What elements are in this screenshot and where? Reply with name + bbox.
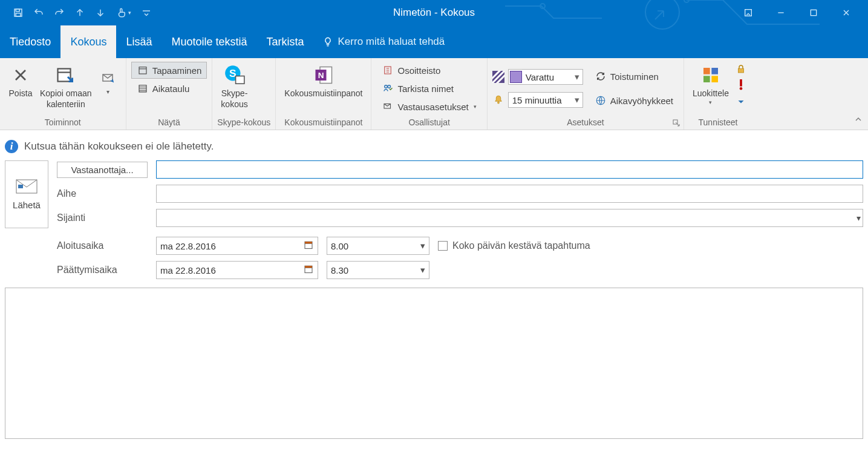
ribbon-group-tags: Luokittele ▾ Tunnisteet — [684, 58, 752, 130]
reminder-value: 15 minuuttia — [509, 95, 572, 105]
meeting-notes-label: Kokousmuistiinpanot — [284, 88, 362, 99]
title-bar: ▾ Nimetön - Kokous — [0, 0, 868, 25]
chevron-down-icon[interactable]: ▾ — [420, 240, 425, 251]
show-as-icon — [492, 71, 504, 83]
collapse-ribbon-icon[interactable] — [853, 114, 863, 126]
copy-to-calendar-button[interactable]: Kopioi omaan kalenteriin — [36, 61, 96, 112]
svg-point-32 — [740, 87, 743, 90]
close-icon[interactable] — [835, 4, 857, 21]
delete-label: Poista — [9, 88, 33, 99]
svg-rect-10 — [139, 67, 146, 74]
chevron-down-icon: ▾ — [572, 94, 582, 105]
ribbon-group-attendees: Osoitteisto Tarkista nimet Vastausasetuk… — [371, 58, 487, 130]
busy-swatch — [510, 71, 522, 83]
recurrence-button[interactable]: Toistuminen — [589, 68, 679, 85]
down-arrow-icon[interactable] — [93, 5, 108, 20]
group-label-tags: Tunnisteet — [689, 116, 747, 130]
high-importance-icon[interactable] — [735, 79, 747, 91]
quick-access-toolbar: ▾ — [0, 5, 154, 20]
scheduling-button[interactable]: Aikataulu — [131, 80, 207, 97]
low-importance-icon[interactable] — [735, 94, 747, 107]
subject-label: Aihe — [57, 188, 148, 199]
check-names-icon — [382, 82, 394, 94]
start-time-input[interactable]: 8.00 ▾ — [327, 237, 429, 255]
start-date-value: ma 22.8.2016 — [160, 241, 216, 251]
up-arrow-icon[interactable] — [73, 5, 87, 20]
tab-format-text[interactable]: Muotoile tekstiä — [162, 25, 256, 58]
svg-rect-36 — [305, 242, 312, 243]
chevron-down-icon[interactable]: ▾ — [420, 265, 425, 275]
svg-text:N: N — [318, 71, 324, 80]
info-icon: i — [5, 140, 18, 153]
customize-qat-icon[interactable] — [139, 5, 154, 20]
tab-meeting[interactable]: Kokous — [60, 25, 116, 58]
address-book-button[interactable]: Osoitteisto — [376, 62, 481, 79]
private-lock-icon[interactable] — [735, 63, 747, 75]
tab-review[interactable]: Tarkista — [257, 25, 314, 58]
onenote-icon: N — [312, 63, 336, 87]
time-zones-label: Aikavyöhykkeet — [610, 96, 673, 106]
group-label-attendees: Osallistujat — [376, 116, 481, 130]
group-label-actions: Toiminnot — [5, 116, 121, 130]
to-input[interactable] — [156, 160, 863, 179]
response-options-button[interactable]: Vastausasetukset ▾ — [376, 98, 481, 115]
scheduling-icon — [137, 82, 149, 94]
globe-icon — [595, 94, 607, 107]
delete-icon — [8, 63, 33, 87]
meeting-form: Lähetä Vastaanottaja... Aihe Sijainti ▾ … — [0, 159, 868, 279]
redo-icon[interactable] — [52, 5, 67, 20]
svg-rect-8 — [57, 69, 70, 82]
subject-input[interactable] — [156, 185, 863, 203]
all-day-label: Koko päivän kestävä tapahtuma — [452, 240, 590, 251]
chevron-down-icon: ▾ — [572, 71, 582, 82]
appointment-icon — [137, 64, 149, 76]
skype-icon: S — [223, 63, 247, 87]
tab-insert[interactable]: Lisää — [116, 25, 162, 58]
touch-mode-icon[interactable]: ▾ — [114, 5, 133, 20]
location-input[interactable] — [156, 209, 863, 227]
svg-rect-34 — [18, 185, 23, 188]
forward-split-button[interactable]: ▾ — [96, 61, 121, 99]
info-message: Kutsua tähän kokoukseen ei ole lähetetty… — [24, 140, 214, 153]
location-dropdown-icon[interactable]: ▾ — [857, 213, 861, 223]
ribbon-group-show: Tapaaminen Aikataulu Näytä — [126, 58, 213, 130]
end-date-input[interactable]: ma 22.8.2016 — [156, 261, 318, 279]
send-button[interactable]: Lähetä — [5, 160, 48, 228]
group-label-skype: Skype-kokous — [217, 116, 270, 130]
svg-rect-28 — [703, 76, 710, 82]
undo-icon[interactable] — [31, 5, 46, 20]
svg-rect-30 — [738, 68, 743, 73]
check-names-button[interactable]: Tarkista nimet — [376, 80, 481, 97]
svg-rect-29 — [711, 76, 718, 82]
svg-point-3 — [645, 0, 679, 29]
calendar-picker-icon[interactable] — [303, 240, 314, 252]
end-time-input[interactable]: 8.30 ▾ — [327, 261, 429, 279]
ribbon-group-skype: S Skype- kokous Skype-kokous — [212, 58, 276, 130]
skype-meeting-button[interactable]: S Skype- kokous — [217, 61, 251, 112]
reminder-combo[interactable]: 15 minuuttia ▾ — [508, 92, 583, 108]
tell-me-search[interactable]: Kerro mitä haluat tehdä — [314, 25, 454, 58]
delete-button[interactable]: Poista — [5, 61, 36, 102]
appointment-button[interactable]: Tapaaminen — [131, 62, 207, 79]
save-icon[interactable] — [11, 5, 25, 20]
svg-rect-27 — [711, 68, 718, 74]
meeting-body-editor[interactable] — [5, 288, 863, 439]
window-title: Nimetön - Kokous — [393, 7, 475, 19]
ribbon-group-notes: N Kokousmuistiinpanot Kokousmuistiinpano… — [276, 58, 371, 130]
info-bar: i Kutsua tähän kokoukseen ei ole lähetet… — [0, 130, 868, 159]
meeting-notes-button[interactable]: N Kokousmuistiinpanot — [281, 61, 366, 102]
forward-icon — [99, 69, 117, 87]
tab-file[interactable]: Tiedosto — [0, 25, 60, 58]
all-day-checkbox[interactable]: Koko päivän kestävä tapahtuma — [438, 240, 590, 251]
svg-point-23 — [497, 102, 499, 104]
to-button[interactable]: Vastaanottaja... — [57, 162, 148, 178]
time-zones-button[interactable]: Aikavyöhykkeet — [589, 92, 679, 109]
show-as-combo[interactable]: Varattu ▾ — [508, 69, 583, 85]
ribbon-group-actions: Poista Kopioi omaan kalenteriin ▾ Toimin… — [0, 58, 126, 130]
options-dialog-launcher-icon[interactable] — [673, 119, 681, 127]
calendar-copy-icon — [54, 63, 78, 87]
end-time-value: 8.30 — [331, 265, 348, 275]
categorize-button[interactable]: Luokittele ▾ — [689, 61, 733, 108]
start-date-input[interactable]: ma 22.8.2016 — [156, 237, 318, 255]
calendar-picker-icon[interactable] — [303, 264, 314, 277]
